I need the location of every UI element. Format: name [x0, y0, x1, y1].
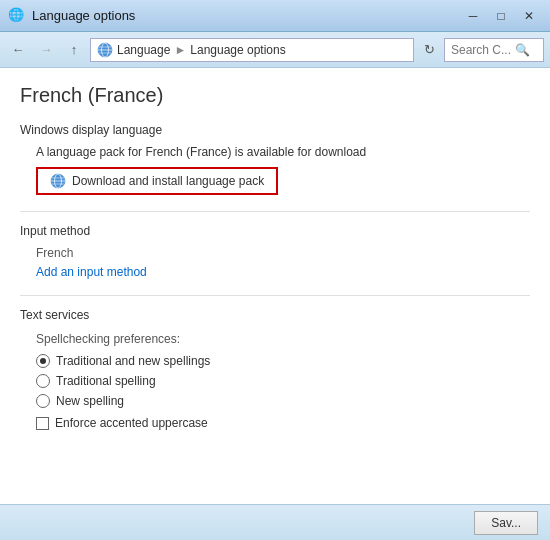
close-button[interactable]: ✕: [516, 5, 542, 27]
download-btn-label: Download and install language pack: [72, 174, 264, 188]
radio-label-3: New spelling: [56, 394, 124, 408]
download-globe-icon: [50, 173, 66, 189]
path-text: Language: [117, 43, 170, 57]
maximize-button[interactable]: □: [488, 5, 514, 27]
radio-circle-1: [36, 354, 50, 368]
search-icon: 🔍: [515, 43, 530, 57]
radio-circle-3: [36, 394, 50, 408]
radio-label-1: Traditional and new spellings: [56, 354, 210, 368]
radio-label-2: Traditional spelling: [56, 374, 156, 388]
path-globe-icon: [97, 42, 113, 58]
add-input-method-link[interactable]: Add an input method: [36, 265, 147, 279]
path-current: Language options: [190, 43, 285, 57]
download-info-text: A language pack for French (France) is a…: [36, 145, 530, 159]
refresh-button[interactable]: ↻: [418, 39, 440, 61]
text-services-section: Text services Spellchecking preferences:…: [20, 308, 530, 430]
up-button[interactable]: ↑: [62, 38, 86, 62]
address-bar: ← → ↑ Language ► Language options ↻ 🔍: [0, 32, 550, 68]
download-install-button[interactable]: Download and install language pack: [36, 167, 278, 195]
checkbox-label: Enforce accented uppercase: [55, 416, 208, 430]
title-bar: 🌐 Language options ─ □ ✕: [0, 0, 550, 32]
search-input[interactable]: [451, 43, 511, 57]
radio-circle-2: [36, 374, 50, 388]
minimize-button[interactable]: ─: [460, 5, 486, 27]
radio-group: Traditional and new spellings Traditiona…: [36, 354, 530, 408]
radio-traditional[interactable]: Traditional spelling: [36, 374, 530, 388]
main-content: French (France) Windows display language…: [0, 68, 550, 504]
text-services-label: Text services: [20, 308, 530, 322]
windows-display-label: Windows display language: [20, 123, 530, 137]
enforce-uppercase-checkbox[interactable]: Enforce accented uppercase: [36, 416, 530, 430]
checkbox-box: [36, 417, 49, 430]
page-title: French (France): [20, 84, 530, 107]
divider-2: [20, 295, 530, 296]
back-button[interactable]: ←: [6, 38, 30, 62]
window-icon: 🌐: [8, 7, 26, 25]
divider-1: [20, 211, 530, 212]
radio-traditional-new[interactable]: Traditional and new spellings: [36, 354, 530, 368]
save-button[interactable]: Sav...: [474, 511, 538, 535]
title-controls: ─ □ ✕: [460, 5, 542, 27]
window-title: Language options: [32, 8, 135, 23]
forward-button[interactable]: →: [34, 38, 58, 62]
bottom-bar: Sav...: [0, 504, 550, 540]
radio-new-spelling[interactable]: New spelling: [36, 394, 530, 408]
search-box[interactable]: 🔍: [444, 38, 544, 62]
input-method-name: French: [36, 246, 530, 260]
path-sep1: ►: [174, 43, 186, 57]
windows-display-section: Windows display language A language pack…: [20, 123, 530, 195]
spellcheck-label: Spellchecking preferences:: [36, 332, 530, 346]
input-method-section: Input method French Add an input method: [20, 224, 530, 279]
address-path[interactable]: Language ► Language options: [90, 38, 414, 62]
title-bar-left: 🌐 Language options: [8, 7, 135, 25]
input-method-label: Input method: [20, 224, 530, 238]
